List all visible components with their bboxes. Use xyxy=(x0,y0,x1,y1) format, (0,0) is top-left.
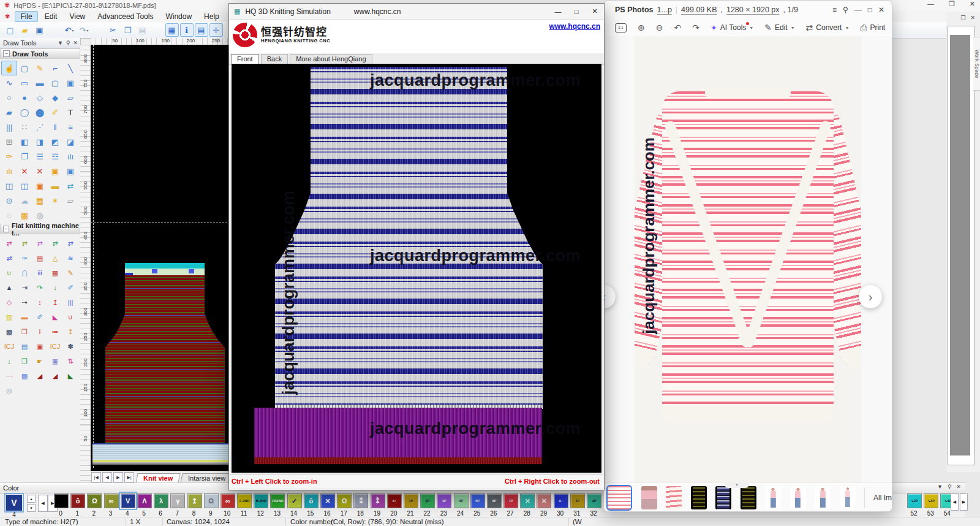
spinner-down-icon[interactable]: ▼ xyxy=(27,504,36,512)
palette-swatch[interactable]: 4P 24 xyxy=(454,494,467,517)
thumb-model-closeup[interactable] xyxy=(641,486,657,509)
color-picker-tool[interactable]: ✐ xyxy=(47,105,63,120)
photo-filename[interactable]: 1...p xyxy=(657,6,672,14)
eraser-tool[interactable]: ▱ xyxy=(62,193,78,208)
palette-swatch[interactable]: Ω 17 xyxy=(337,494,350,517)
open-folder-icon[interactable]: ▰ xyxy=(18,23,32,37)
orange-frame-tool[interactable]: ▣ xyxy=(32,178,48,193)
palette-swatch[interactable]: 2P 22 xyxy=(420,494,434,517)
palette-swatch[interactable]: B-2ND 12 xyxy=(254,494,267,517)
transfer-front-back-2-tool[interactable]: ⇄ xyxy=(17,236,32,251)
palette-swatch[interactable]: ō↓ 30 xyxy=(554,494,567,517)
flat-machine-group-header[interactable]: – Flat knitting machine t... xyxy=(0,224,80,234)
gold-bar-tool[interactable]: ▬ xyxy=(47,178,63,193)
photos-titlebar[interactable]: PS Photos 1...p | 499.09 KB , 1280 × 192… xyxy=(604,1,892,19)
filled-rounded-rectangle-tool[interactable]: ▣ xyxy=(62,75,78,90)
pyramid-tool[interactable]: ▲ xyxy=(1,280,17,295)
cut-icon[interactable]: ✂ xyxy=(107,23,120,37)
gradient-bar-tool[interactable]: ▥ xyxy=(1,310,17,324)
parallelogram-tool[interactable]: ▱ xyxy=(62,90,78,105)
icj-up-tool[interactable]: ICJ xyxy=(47,339,63,354)
rotate-right-icon[interactable]: ↷ xyxy=(692,23,699,32)
palette-swatch[interactable]: ∞ 3 xyxy=(104,494,118,517)
thumb-model-standing-3[interactable] xyxy=(815,486,831,509)
info-pointer-icon[interactable]: ℹ xyxy=(180,23,194,37)
icj-tool[interactable]: ICJ xyxy=(1,339,17,354)
photo-filesize[interactable]: 499.09 KB xyxy=(681,6,717,14)
link-break-tool[interactable]: ✕ xyxy=(17,164,32,178)
sim-minimize-button[interactable]: — xyxy=(549,5,567,18)
inset-frame-2-tool[interactable]: ▣ xyxy=(62,164,78,178)
fill-bucket-1-tool[interactable]: ◧ xyxy=(17,134,32,149)
menu-item[interactable]: Window xyxy=(160,11,197,22)
mod-box-tool[interactable]: ▣ xyxy=(32,339,48,354)
dots-row-tool[interactable]: ⋯ xyxy=(1,368,17,383)
line-tool[interactable]: ╲ xyxy=(62,61,78,75)
palette-swatch[interactable]: ✕ 29 xyxy=(537,494,550,517)
grid-view-icon[interactable]: ▦ xyxy=(165,23,179,37)
palette-swatch[interactable]: F-2ND 11 xyxy=(237,494,251,517)
transfer-both-tool[interactable]: ⇄ xyxy=(62,236,78,251)
palette-swatch[interactable]: Ω 9 xyxy=(204,494,217,517)
edit-button[interactable]: ✎ Edit ▼ xyxy=(764,23,794,32)
h-lines-tool[interactable]: ≡ xyxy=(62,120,78,134)
tab-nav-button[interactable]: ▶ xyxy=(113,472,123,482)
menu-item[interactable]: File xyxy=(15,11,37,22)
list-marks-tool[interactable]: ≔ xyxy=(47,324,63,339)
thumb-model-standing-2[interactable] xyxy=(790,486,806,509)
simulation-tab[interactable]: Front xyxy=(231,54,259,64)
h-bars-left-tool[interactable]: ☰ xyxy=(32,149,48,164)
brush-tool[interactable]: ✑ xyxy=(17,251,32,265)
column-chart-2-tool[interactable]: ılı xyxy=(1,164,17,178)
spiral-tool[interactable]: ◎ xyxy=(32,208,48,223)
pencil-tool[interactable]: ✎ xyxy=(32,61,48,75)
fill-bucket-3-tool[interactable]: ◩ xyxy=(47,134,63,149)
thumb-dark-olive-pattern-2[interactable] xyxy=(741,486,756,509)
menu-item[interactable]: Edit xyxy=(39,11,63,22)
tab-nav-button[interactable]: |◀ xyxy=(91,472,101,482)
palette-swatch[interactable]: Λ 5 xyxy=(137,494,151,517)
palette-swatch[interactable]: ✓ 14 xyxy=(287,494,301,517)
yarn-hook-tool[interactable]: ∪ xyxy=(62,310,78,324)
simulation-tab[interactable]: More about HengQiang xyxy=(290,54,372,64)
expand-icon[interactable]: ✛ xyxy=(209,23,223,37)
palette-swatch[interactable]: ↥ 8 xyxy=(187,494,201,517)
palette-swatch[interactable]: 7P 27 xyxy=(503,494,517,517)
panel-close-icon[interactable]: ✕ xyxy=(957,484,962,490)
photos-maximize-button[interactable]: □ xyxy=(868,6,872,14)
thumb-model-standing-4[interactable] xyxy=(840,486,856,509)
marquee-blur-tool[interactable]: ▩ xyxy=(17,368,32,383)
count-up-tool[interactable]: ↥ xyxy=(62,324,78,339)
simulation-titlebar[interactable]: ▦ HQ 3D Knitting Simulation www.hqcnc.cn… xyxy=(229,4,604,20)
text-tool[interactable]: T xyxy=(62,105,78,120)
view-tab[interactable]: Knit view xyxy=(135,473,181,483)
red o-icon[interactable]: ↷▾ xyxy=(77,23,91,37)
main-close-button[interactable]: ✕ xyxy=(970,0,975,10)
palette-swatch[interactable]: ∞ 10 xyxy=(221,494,234,517)
panel-dropdown-icon[interactable]: ▼ xyxy=(937,484,943,490)
menu-item[interactable]: Help xyxy=(198,11,225,22)
collar-tool[interactable]: ∪ xyxy=(1,265,17,280)
palette-swatch[interactable]: 3P 23 xyxy=(437,494,450,517)
paste-icon[interactable]: ▤ xyxy=(136,23,149,37)
toolbar-button[interactable] xyxy=(92,23,105,37)
palette-swatch[interactable]: 2P 32 xyxy=(587,494,600,517)
i-beam-tool[interactable]: I xyxy=(32,324,48,339)
shirt-tool[interactable]: ⋂ xyxy=(17,265,32,280)
hand-edit-tool[interactable]: ☛ xyxy=(32,354,48,368)
convert-button[interactable]: ⇄ Convert ▼ xyxy=(806,23,850,32)
main-minimize-button[interactable]: — xyxy=(927,0,934,10)
undo-icon[interactable]: ↶▾ xyxy=(62,23,76,37)
photos-menu-icon[interactable]: ≡ xyxy=(832,6,837,14)
bracket-frame-tool[interactable]: ◫ xyxy=(1,178,17,193)
bed-pattern-tool[interactable]: ▤ xyxy=(17,339,32,354)
palette-swatch[interactable]: FB2ND 13 xyxy=(270,494,284,517)
actual-size-icon[interactable]: 1:1 xyxy=(615,23,627,32)
thumb-striped-sweater-flat[interactable] xyxy=(606,485,632,511)
palette-swatch[interactable]: ō 15 xyxy=(304,494,317,517)
layout-copy-tool[interactable]: ▣ xyxy=(47,354,63,368)
palette-swatch[interactable]: ⁑ 19 xyxy=(371,494,384,517)
menu-item[interactable]: View xyxy=(64,11,91,22)
icon-view-icon[interactable]: ▤ xyxy=(195,23,208,37)
current-color-swatch[interactable]: V xyxy=(6,495,22,511)
